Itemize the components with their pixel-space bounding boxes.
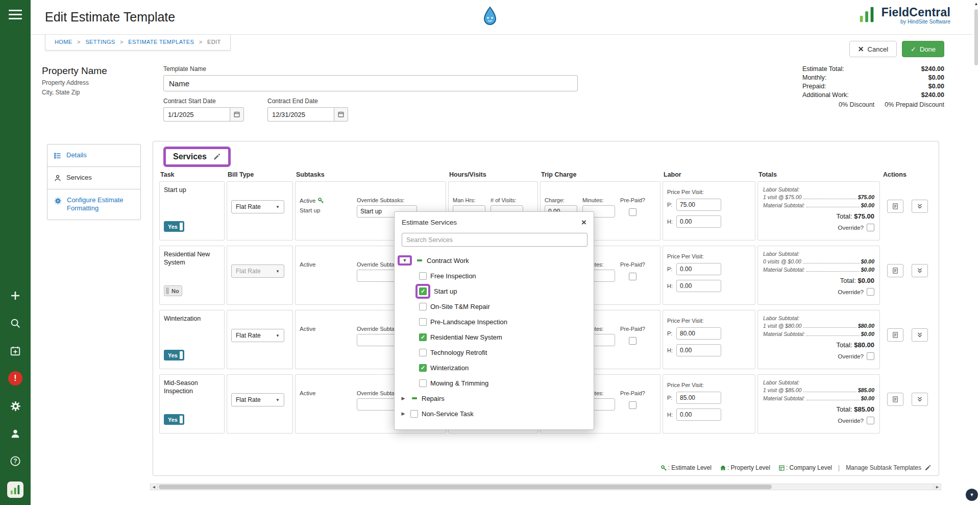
tree-item-residential-new-system[interactable]: Residential New System	[400, 329, 589, 345]
pre-paid-checkbox[interactable]	[629, 337, 636, 345]
override-total-checkbox[interactable]	[867, 417, 874, 424]
tree-item-contract-work[interactable]: ▼ Contract Work	[400, 253, 589, 268]
price-per-visit-input[interactable]	[676, 327, 721, 340]
price-per-hour-input[interactable]	[676, 215, 721, 228]
contract-start-input[interactable]	[163, 107, 230, 122]
tree-label: Free Inspection	[430, 272, 476, 280]
search-services-input[interactable]	[402, 233, 587, 247]
tree-checkbox[interactable]	[419, 333, 427, 341]
tree-item-winterization[interactable]: Winterization	[400, 360, 589, 375]
expand-arrow-icon[interactable]: ▶	[400, 396, 407, 401]
pre-paid-checkbox[interactable]	[629, 273, 636, 280]
price-per-hour-input[interactable]	[676, 280, 721, 292]
bill-type-select[interactable]: Flat Rate▼	[231, 329, 284, 342]
close-icon[interactable]: ×	[581, 218, 586, 227]
search-icon[interactable]	[8, 316, 22, 330]
hamburger-menu-icon[interactable]	[9, 7, 22, 22]
tree-item-repairs[interactable]: ▶ Repairs	[400, 391, 589, 406]
tree-checkbox[interactable]	[419, 318, 427, 326]
price-per-hour-input[interactable]	[676, 408, 721, 421]
annotation-highlight-start-up-checkbox	[415, 284, 430, 299]
scroll-left-button[interactable]: ◀	[150, 484, 158, 490]
tree-item-non-service-task[interactable]: ▶ Non-Service Task	[400, 406, 589, 421]
task-toggle[interactable]: No	[164, 285, 182, 296]
tree-checkbox[interactable]	[419, 379, 427, 387]
tree-checkbox[interactable]	[419, 287, 427, 295]
tab-configure-estimate-formatting[interactable]: Configure Estimate Formatting	[47, 189, 140, 220]
pre-paid-checkbox[interactable]	[629, 208, 636, 216]
tree-checkbox[interactable]	[419, 272, 427, 280]
tree-checkbox[interactable]	[419, 364, 427, 372]
tree-item-technology-retrofit[interactable]: Technology Retrofit	[400, 345, 589, 360]
settings-gear-icon[interactable]	[8, 399, 22, 413]
tree-item-on-site-tm-repair[interactable]: On-Site T&M Repair	[400, 299, 589, 314]
breadcrumb-home[interactable]: HOME	[55, 39, 72, 45]
bill-type-select[interactable]: Flat Rate▼	[231, 264, 284, 278]
breadcrumb-estimate-templates[interactable]: ESTIMATE TEMPLATES	[128, 39, 194, 45]
scroll-to-bottom-button[interactable]: ▼	[966, 489, 978, 501]
tree-item-mowing-trimming[interactable]: Mowing & Trimming	[400, 375, 589, 391]
calendar-add-icon[interactable]	[8, 344, 22, 358]
task-cell: Mid-Season Inspection Yes	[159, 374, 225, 434]
price-per-visit-input[interactable]	[676, 199, 721, 211]
cancel-button[interactable]: ✕ Cancel	[849, 41, 897, 57]
override-total-checkbox[interactable]	[867, 288, 874, 296]
expand-row-button[interactable]	[912, 200, 928, 213]
override-total-checkbox[interactable]	[867, 352, 874, 360]
company-level-legend: : Company Level	[778, 464, 832, 471]
subtask-template-button[interactable]	[887, 200, 903, 213]
subtask-template-button[interactable]	[887, 393, 903, 406]
scroll-right-button[interactable]: ▶	[934, 484, 941, 490]
done-button[interactable]: ✓ Done	[902, 41, 944, 57]
breadcrumb-settings[interactable]: SETTINGS	[85, 39, 115, 45]
tree-item-free-inspection[interactable]: Free Inspection	[400, 268, 589, 283]
horizontal-scrollbar-track[interactable]	[158, 484, 934, 490]
alerts-icon[interactable]: !	[8, 371, 22, 386]
task-toggle[interactable]: Yes	[164, 350, 184, 360]
help-icon[interactable]: ?	[8, 454, 22, 468]
tree-checkbox[interactable]	[410, 410, 418, 418]
expand-row-button[interactable]	[912, 393, 928, 406]
edit-services-button[interactable]	[213, 153, 221, 161]
horizontal-scrollbar-thumb[interactable]	[159, 485, 772, 489]
bill-type-cell: Flat Rate▼	[227, 246, 293, 305]
tree-checkbox[interactable]	[410, 395, 418, 402]
expand-arrow-icon[interactable]: ▶	[400, 411, 407, 416]
tree-checkbox[interactable]	[419, 303, 427, 310]
subtask-template-button[interactable]	[887, 264, 903, 277]
scroll-up-arrow-icon[interactable]: ▲	[972, 2, 980, 6]
price-per-visit-input[interactable]	[676, 263, 721, 275]
contract-end-input[interactable]	[267, 107, 334, 122]
horizontal-scrollbar[interactable]: ◀ ▶	[150, 484, 941, 490]
override-total-checkbox[interactable]	[867, 224, 874, 231]
task-toggle[interactable]: Yes	[164, 221, 184, 232]
price-per-hour-input[interactable]	[676, 344, 721, 356]
add-icon[interactable]	[8, 288, 22, 303]
tree-checkbox[interactable]	[415, 257, 423, 264]
manage-subtask-templates-link[interactable]: Manage Subtask Templates	[846, 464, 932, 471]
estimate-total-value: $240.00	[921, 65, 944, 73]
collapse-arrow-icon[interactable]: ▼	[401, 258, 408, 263]
tree-item-pre-landscape-inspection[interactable]: Pre-Landscape Inspection	[400, 314, 589, 329]
tab-details[interactable]: Details	[47, 145, 140, 166]
contract-end-calendar-button[interactable]	[334, 107, 348, 122]
subtask-template-button[interactable]	[887, 328, 903, 342]
bill-type-select[interactable]: Flat Rate▼	[231, 393, 284, 406]
vertical-scrollbar-thumb[interactable]	[974, 9, 978, 65]
vertical-scrollbar[interactable]: ▲	[972, 0, 980, 505]
estimate-level-icon	[660, 465, 667, 471]
bill-type-select[interactable]: Flat Rate▼	[231, 200, 284, 213]
fieldcentral-logo-icon[interactable]	[7, 482, 23, 498]
template-name-input[interactable]	[163, 75, 578, 91]
discount-text: 0% Discount	[839, 101, 874, 108]
task-toggle[interactable]: Yes	[164, 414, 184, 425]
contract-start-calendar-button[interactable]	[230, 107, 244, 122]
tree-checkbox[interactable]	[419, 349, 427, 356]
price-per-visit-input[interactable]	[676, 392, 721, 404]
expand-row-button[interactable]	[912, 328, 928, 342]
pre-paid-checkbox[interactable]	[629, 401, 636, 409]
tab-services[interactable]: Services	[47, 166, 140, 189]
user-icon[interactable]	[8, 426, 22, 441]
tree-item-start-up[interactable]: Start up	[400, 283, 589, 299]
expand-row-button[interactable]	[912, 264, 928, 277]
